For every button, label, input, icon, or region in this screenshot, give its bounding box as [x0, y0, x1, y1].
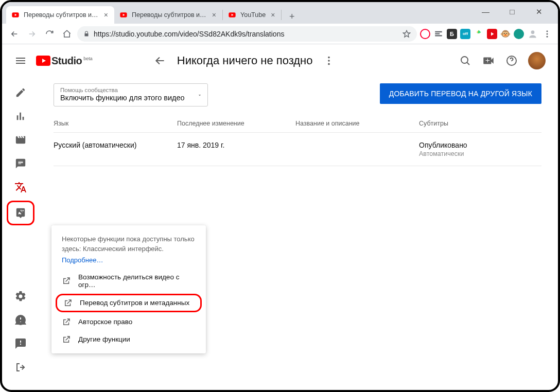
tab-title: Переводы субтитров и метадан… — [132, 11, 207, 19]
svg-point-4 — [547, 30, 548, 32]
extension-icon[interactable]: off — [460, 29, 470, 39]
extension-icon[interactable] — [514, 29, 524, 39]
window-frame: — □ ✕ Переводы субтитров и метадан… × Пе… — [0, 0, 560, 392]
forward-button[interactable] — [25, 27, 39, 41]
browser-toolbar: https://studio.youtube.com/video/SSd82AK… — [2, 24, 558, 44]
sidebar-item-feedback[interactable] — [8, 333, 33, 354]
window-controls: — □ ✕ — [482, 2, 558, 20]
studio-logo[interactable]: Studio beta — [36, 55, 93, 67]
popup-item-label: Другие функции — [78, 335, 130, 343]
svg-point-8 — [328, 60, 330, 62]
close-tab-icon[interactable]: × — [270, 11, 276, 19]
help-button[interactable] — [505, 55, 518, 67]
extension-icon[interactable] — [487, 29, 497, 39]
extension-icon[interactable]: Б — [447, 29, 457, 39]
bookmark-icon[interactable] — [402, 30, 411, 38]
tab-separator — [281, 10, 282, 20]
cell-modified: 17 янв. 2019 г. — [177, 141, 295, 157]
popup-item-share-limited[interactable]: Возможность делиться видео с огр… — [51, 269, 206, 293]
sidebar-item-translations[interactable] — [8, 177, 33, 198]
svg-point-10 — [461, 57, 468, 63]
translations-table: Язык Последнее изменение Название и опис… — [54, 120, 541, 166]
popup-item-label: Перевод субтитров и метаданных — [80, 299, 189, 307]
youtube-icon — [119, 11, 128, 19]
address-bar[interactable]: https://studio.youtube.com/video/SSd82AK… — [77, 26, 417, 42]
youtube-icon — [36, 56, 50, 66]
topbar: Помощь сообщества Включить функцию для э… — [54, 83, 541, 106]
community-help-label: Помощь сообщества — [60, 87, 202, 93]
more-options-button[interactable] — [323, 55, 335, 66]
popup-text-line: здесь: Классический интерфейс. — [62, 245, 164, 253]
close-tab-icon[interactable]: × — [103, 11, 109, 19]
browser-tab-3[interactable]: YouTube × — [223, 6, 281, 24]
url-text: https://studio.youtube.com/video/SSd82AK… — [94, 30, 398, 38]
browser-tab-2[interactable]: Переводы субтитров и метадан… × — [114, 6, 222, 24]
sidebar-bottom — [8, 286, 33, 390]
home-button[interactable] — [60, 27, 74, 41]
back-arrow-button[interactable] — [153, 54, 167, 67]
col-header-subtitles: Субтитры — [419, 120, 541, 127]
community-help-select[interactable]: Помощь сообщества Включить функцию для э… — [54, 83, 208, 106]
svg-point-3 — [531, 30, 535, 34]
svg-point-9 — [328, 63, 330, 65]
svg-point-7 — [328, 57, 330, 59]
new-tab-button[interactable]: + — [285, 9, 299, 24]
popup-item-copyright[interactable]: Авторское право — [51, 313, 206, 331]
header-middle: Никогда ничего не поздно — [102, 54, 450, 67]
sidebar-item-details[interactable] — [8, 82, 33, 103]
subtitles-note: Автоматически — [419, 150, 541, 157]
col-header-modified: Последнее изменение — [177, 120, 295, 127]
back-button[interactable] — [7, 27, 22, 41]
tab-title: YouTube — [240, 11, 266, 19]
youtube-icon — [11, 11, 20, 19]
extension-icon[interactable]: 🐵 — [500, 29, 511, 39]
profile-button[interactable] — [527, 27, 538, 41]
menu-button[interactable] — [14, 55, 27, 67]
extension-icons: Б off 🐵 — [420, 29, 524, 39]
lock-icon — [83, 31, 90, 37]
sidebar-item-classic[interactable] — [8, 357, 33, 378]
popup-item-other[interactable]: Другие функции — [51, 331, 206, 348]
table-row[interactable]: Русский (автоматически) 17 янв. 2019 г. … — [54, 132, 541, 166]
popup-item-translations[interactable]: Перевод субтитров и метаданных — [56, 294, 202, 312]
popup-item-label: Авторское право — [78, 318, 132, 326]
add-translation-button[interactable]: ДОБАВИТЬ ПЕРЕВОД НА ДРУГОЙ ЯЗЫК — [380, 83, 541, 104]
app-header: Studio beta Никогда ничего не поздно — [2, 44, 558, 77]
video-title: Никогда ничего не поздно — [177, 54, 313, 67]
sidebar-item-whats-new[interactable] — [8, 310, 33, 330]
col-header-name-desc: Название и описание — [295, 120, 419, 127]
extension-icon[interactable] — [420, 29, 430, 39]
avatar[interactable] — [528, 52, 546, 69]
sidebar-item-settings[interactable] — [8, 286, 33, 307]
browser-menu-button[interactable] — [541, 27, 553, 41]
sidebar-item-editor[interactable] — [8, 130, 33, 150]
browser-tab-1[interactable]: Переводы субтитров и метадан… × — [6, 6, 114, 24]
sidebar-item-comments[interactable] — [8, 153, 33, 174]
sidebar — [2, 77, 39, 390]
popup-learn-more-link[interactable]: Подробнее… — [51, 254, 206, 269]
close-tab-icon[interactable]: × — [211, 11, 217, 19]
svg-point-13 — [22, 210, 23, 211]
reload-button[interactable] — [42, 27, 57, 41]
external-link-icon — [62, 335, 71, 344]
logo-text: Studio — [51, 55, 82, 67]
extension-icon[interactable] — [433, 29, 444, 39]
search-button[interactable] — [459, 55, 471, 67]
cell-language: Русский (автоматически) — [54, 141, 177, 157]
minimize-button[interactable]: — — [482, 7, 489, 16]
youtube-icon — [228, 11, 236, 19]
external-link-icon — [62, 276, 71, 286]
caret-down-icon — [197, 93, 202, 98]
popup-text-line: Некоторые функции пока доступны только — [62, 235, 195, 243]
extension-icon[interactable] — [474, 29, 484, 39]
logo-beta-label: beta — [83, 56, 93, 61]
create-button[interactable] — [482, 54, 495, 67]
header-right — [459, 52, 546, 69]
cell-subtitles: Опубликовано Автоматически — [419, 141, 541, 157]
subtitles-status: Опубликовано — [419, 141, 541, 149]
maximize-button[interactable]: □ — [509, 7, 516, 16]
browser-tabstrip: Переводы субтитров и метадан… × Переводы… — [2, 2, 558, 24]
sidebar-item-analytics[interactable] — [8, 106, 33, 127]
close-window-button[interactable]: ✕ — [535, 7, 542, 16]
sidebar-item-other-features[interactable] — [7, 201, 34, 225]
